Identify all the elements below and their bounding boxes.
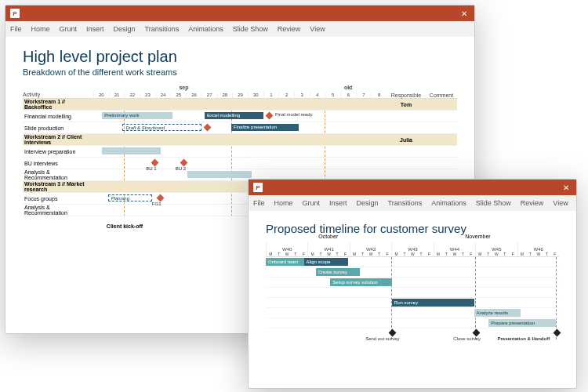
powerpoint-icon: P — [253, 183, 263, 192]
menu-grunt[interactable]: Grunt — [303, 199, 321, 207]
day-col: 8 — [371, 93, 387, 98]
task-label: Slide production — [23, 125, 93, 131]
powerpoint-window-2: P ✕ FileHomeGruntInsertDesignTransitions… — [248, 179, 577, 389]
milestone-handoff: Presentation & Handoff — [497, 336, 550, 341]
menu-animations[interactable]: Animations — [188, 25, 223, 33]
week-col: W40MTWTF — [266, 241, 307, 256]
slide-title: High level project plan — [23, 48, 457, 66]
menu-design[interactable]: Design — [114, 25, 136, 33]
day-columns: sep okt 202122232425262728293012345678 — [93, 93, 387, 98]
task-row-fm: Financial modelling Preliminary work Exc… — [23, 111, 457, 122]
milestone-bu1 — [151, 159, 158, 167]
menu-view[interactable]: View — [310, 25, 325, 33]
menu-slide-show[interactable]: Slide Show — [476, 199, 511, 207]
menu-view[interactable]: View — [553, 199, 568, 207]
task-label: BU interviews — [23, 161, 93, 166]
menu-file[interactable]: File — [10, 25, 22, 33]
day-col: 24 — [155, 93, 171, 98]
day-col: 7 — [356, 93, 372, 98]
col-activity: Activity — [23, 92, 93, 98]
day-col: 5 — [325, 93, 340, 98]
stream-label: Workstream 2 // Client interviews — [23, 134, 93, 145]
menu-review[interactable]: Review — [521, 199, 544, 207]
bar-draft: Draft & Storyboard — [122, 124, 201, 131]
bar-prepare: Prepare presentation — [488, 319, 556, 327]
week-col: W41MTWTF — [307, 241, 349, 256]
day-col: 20 — [93, 93, 109, 98]
bar-analyze: Analyze results — [474, 309, 521, 317]
week-col: W45MTWTF — [475, 241, 517, 256]
week-col: W42MTWTF — [350, 241, 391, 256]
day-col: 27 — [201, 93, 217, 98]
menu-file[interactable]: File — [253, 199, 265, 207]
bar-align: Align scope — [304, 258, 348, 266]
slide-area: Proposed timeline for customer survey Oc… — [249, 211, 576, 347]
bar-setup: Setup survey solution — [330, 278, 392, 286]
gantt2-body: Onboard team Align scope Create survey S… — [266, 257, 559, 339]
workstream-row-2: Workstream 2 // Client interviews Julia — [23, 134, 457, 146]
milestone-fg1 — [157, 194, 165, 202]
day-col: 25 — [170, 93, 186, 98]
stream-responsible: Tom — [387, 102, 426, 107]
close-icon[interactable]: ✕ — [459, 8, 470, 19]
bar-ip — [102, 147, 161, 154]
workstream-row-1: Workstream 1 // Backoffice Tom — [23, 99, 457, 111]
gantt-chart-2: October November W40MTWTFW41MTWTFW42MTWT… — [266, 241, 559, 339]
menu-home[interactable]: Home — [31, 25, 50, 33]
month-label-sep: sep — [179, 85, 188, 90]
menu-grunt[interactable]: Grunt — [60, 25, 78, 33]
day-col: 6 — [340, 93, 356, 98]
menu-insert[interactable]: Insert — [329, 199, 347, 207]
milestone-handoff-icon — [554, 329, 561, 337]
menu-slide-show[interactable]: Slide Show — [233, 25, 268, 33]
month-label-oct: October — [318, 234, 338, 239]
close-icon[interactable]: ✕ — [561, 182, 572, 193]
task-row-sp: Slide production Draft & Storyboard Fina… — [23, 122, 457, 134]
month-label-okt: okt — [344, 85, 353, 90]
task-row-ip: Interview preparation — [23, 146, 457, 158]
menubar: FileHomeGruntInsertDesignTransitionsAnim… — [249, 195, 576, 211]
menu-transitions[interactable]: Transitions — [388, 199, 423, 207]
slide-subtitle: Breakdown of the different work streams — [23, 67, 457, 77]
day-col: 26 — [186, 93, 201, 98]
milestone-send: Send out survey — [365, 336, 399, 341]
milestone-model-ready — [265, 112, 273, 120]
menu-insert[interactable]: Insert — [86, 25, 104, 33]
bar-excel: Excel modelling — [205, 112, 263, 119]
task-label: Interview preparation — [23, 149, 93, 154]
day-col: 4 — [310, 93, 325, 98]
stream-responsible: Julia — [387, 137, 426, 143]
task-label: Focus groups — [23, 196, 93, 201]
bar-planning: Planning — [108, 194, 152, 201]
day-col: 2 — [278, 93, 294, 98]
task-label: Financial modelling — [23, 114, 93, 119]
menu-animations[interactable]: Animations — [431, 199, 466, 207]
week-col: W44MTWTF — [434, 241, 475, 256]
menu-review[interactable]: Review — [278, 25, 301, 33]
milestone-close-icon — [473, 329, 481, 337]
menu-design[interactable]: Design — [357, 199, 379, 207]
day-col: 29 — [232, 93, 248, 98]
kickoff-note: Client kick-off — [107, 223, 143, 229]
stream-label: Workstream 3 // Market research — [23, 181, 93, 192]
gantt-header: Activity sep okt 20212223242526272829301… — [23, 85, 457, 99]
titlebar: P ✕ — [249, 180, 576, 195]
bar-ar1 — [187, 171, 252, 178]
day-col: 3 — [294, 93, 310, 98]
day-col: 28 — [217, 93, 233, 98]
milestone-send-icon — [389, 329, 397, 337]
col-comment: Comment — [426, 93, 457, 98]
milestone-close: Close survey — [453, 336, 481, 341]
day-col: 1 — [263, 93, 279, 98]
menu-transitions[interactable]: Transitions — [145, 25, 180, 33]
bar-create: Create survey — [316, 268, 360, 276]
day-col: 23 — [140, 93, 155, 98]
stream-label: Workstream 1 // Backoffice — [23, 99, 93, 110]
day-col: 22 — [124, 93, 140, 98]
month-label-nov: November — [465, 234, 490, 239]
slide-title: Proposed timeline for customer survey — [266, 222, 559, 235]
menu-home[interactable]: Home — [274, 199, 293, 207]
menubar: FileHomeGruntInsertDesignTransitionsAnim… — [5, 21, 474, 37]
bar-finalize: Finalize presentation — [231, 124, 299, 131]
powerpoint-icon: P — [10, 9, 20, 18]
